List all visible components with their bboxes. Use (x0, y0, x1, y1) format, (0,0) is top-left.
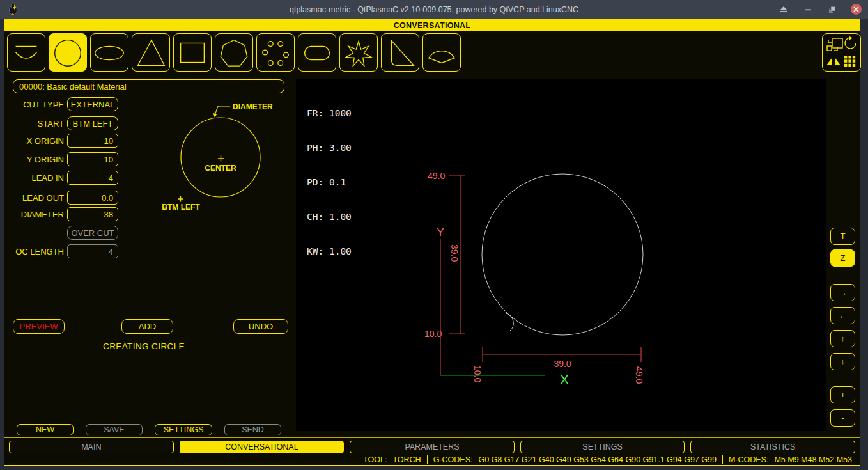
conversational-title: CONVERSATIONAL (4, 20, 860, 31)
x-origin-label: X ORIGIN (6, 136, 67, 146)
main-tab-bar: MAIN CONVERSATIONAL PARAMETERS SETTINGS … (9, 441, 855, 453)
gcodes-label: G-CODES: (433, 455, 473, 464)
dim-x-left: 10.0 (472, 365, 483, 382)
circle-diagram: DIAMETER CENTER BTM LEFT (158, 95, 289, 233)
start-label: START (6, 119, 67, 129)
gusset-shape-icon[interactable] (381, 33, 419, 72)
lines-arcs-shape-icon[interactable] (7, 33, 45, 72)
status-separator (722, 455, 723, 464)
window-title: qtplasmac-metric - QtPlasmaC v2.10-009.0… (0, 5, 868, 14)
tab-pane-border (4, 437, 860, 438)
new-button[interactable]: NEW (17, 424, 74, 435)
restore-window-icon[interactable] (826, 4, 838, 15)
y-axis-label: Y (437, 226, 444, 239)
x-axis-label: X (561, 373, 569, 386)
dim-x-right: 49.0 (634, 366, 644, 384)
slot-shape-icon[interactable] (298, 33, 336, 72)
ellipse-shape-icon[interactable] (90, 33, 128, 72)
triangle-shape-icon[interactable] (132, 33, 170, 72)
pan-up-button[interactable]: ↑ (830, 330, 855, 347)
material-label: 00000: Basic default Material (19, 82, 127, 91)
view-top-button[interactable]: T (830, 228, 855, 245)
start-point-button[interactable]: BTM LEFT (67, 116, 118, 130)
star-shape-icon[interactable] (339, 33, 378, 72)
bolt-circle-shape-icon[interactable] (256, 33, 295, 72)
titlebar: qtplasmac-metric - QtPlasmaC v2.10-009.0… (0, 0, 868, 19)
minimize-window-icon[interactable] (802, 4, 814, 15)
shape-transform-button[interactable] (822, 33, 861, 72)
preview-drawing: 49.0 39.0 10.0 Y 39.0 10.0 49.0 X (296, 79, 826, 431)
cut-path-circle (482, 174, 643, 335)
mcodes-value: M5 M9 M48 M52 M53 (774, 455, 852, 464)
status-separator (427, 455, 428, 464)
add-button[interactable]: ADD (121, 319, 173, 334)
pan-right-button[interactable]: → (830, 284, 855, 301)
undo-button[interactable]: UNDO (233, 319, 288, 334)
tab-conversational[interactable]: CONVERSATIONAL (180, 441, 345, 453)
dim-y-span: 39.0 (449, 244, 460, 262)
array-icon (844, 56, 855, 67)
creating-status-text: CREATING CIRCLE (13, 341, 275, 351)
y-origin-input[interactable] (67, 152, 118, 166)
close-window-icon[interactable] (851, 4, 862, 15)
settings-button[interactable]: SETTINGS (155, 424, 212, 435)
tab-settings[interactable]: SETTINGS (520, 441, 685, 453)
zoom-in-button[interactable]: + (830, 386, 855, 403)
send-button[interactable]: SEND (224, 424, 281, 435)
diagram-btm-left-label: BTM LEFT (162, 203, 200, 212)
tab-main[interactable]: MAIN (9, 441, 174, 453)
app-icon (8, 3, 19, 17)
tool-value: TORCH (392, 455, 421, 464)
diagram-diameter-label: DIAMETER (233, 102, 273, 111)
lead-out-label: LEAD OUT (6, 193, 67, 203)
dim-x-span: 39.0 (554, 359, 571, 369)
oc-length-label: OC LENGTH (6, 247, 67, 256)
cut-type-button[interactable]: EXTERNAL (67, 97, 118, 111)
diameter-input[interactable] (67, 207, 118, 221)
pan-down-button[interactable]: ↓ (830, 353, 855, 370)
scale-icon (827, 38, 842, 51)
rotate-icon (845, 36, 856, 49)
dim-y-bottom: 10.0 (424, 329, 442, 339)
material-selector[interactable]: 00000: Basic default Material (13, 79, 284, 93)
lead-in-input[interactable] (67, 171, 118, 185)
preview-button[interactable]: PREVIEW (13, 319, 65, 334)
pan-left-button[interactable]: ← (830, 307, 855, 324)
sector-shape-icon[interactable] (422, 33, 461, 72)
view-z-button[interactable]: Z (830, 249, 855, 267)
over-cut-button[interactable]: OVER CUT (67, 226, 118, 240)
x-origin-input[interactable] (67, 134, 118, 148)
rectangle-shape-icon[interactable] (173, 33, 212, 72)
lead-in-arc (506, 313, 513, 331)
circle-shape-icon[interactable] (49, 33, 87, 72)
tab-statistics[interactable]: STATISTICS (690, 441, 855, 453)
shade-window-icon[interactable] (778, 4, 789, 15)
tab-parameters[interactable]: PARAMETERS (350, 441, 515, 453)
center-cross-icon (218, 156, 224, 162)
cut-type-label: CUT TYPE (6, 100, 67, 109)
polygon-shape-icon[interactable] (215, 33, 253, 72)
gcodes-value: G0 G8 G17 G21 G40 G49 G53 G54 G64 G90 G9… (478, 455, 716, 464)
mirror-icon (826, 58, 841, 65)
mcodes-label: M-CODES: (729, 455, 769, 464)
btm-left-cross-icon (178, 196, 183, 202)
status-bar: TOOL: TORCH G-CODES: G0 G8 G17 G21 G40 G… (4, 453, 860, 466)
diameter-label: DIAMETER (6, 210, 67, 219)
save-button[interactable]: SAVE (86, 424, 143, 435)
lead-in-label: LEAD IN (6, 173, 67, 183)
oc-length-input[interactable] (67, 244, 118, 258)
dim-y-top: 49.0 (428, 171, 445, 181)
y-origin-label: Y ORIGIN (6, 155, 67, 164)
zoom-out-button[interactable]: - (830, 409, 855, 427)
status-separator (357, 455, 357, 464)
lead-out-input[interactable] (67, 191, 118, 205)
gcode-preview-panel: FR: 1000 PH: 3.00 PD: 0.1 CH: 1.00 KW: 1… (296, 79, 826, 431)
tool-label: TOOL: (363, 455, 387, 464)
main-frame: CONVERSATIONAL (4, 19, 860, 466)
app-window: qtplasmac-metric - QtPlasmaC v2.10-009.0… (0, 0, 868, 470)
diagram-center-label: CENTER (205, 164, 236, 173)
